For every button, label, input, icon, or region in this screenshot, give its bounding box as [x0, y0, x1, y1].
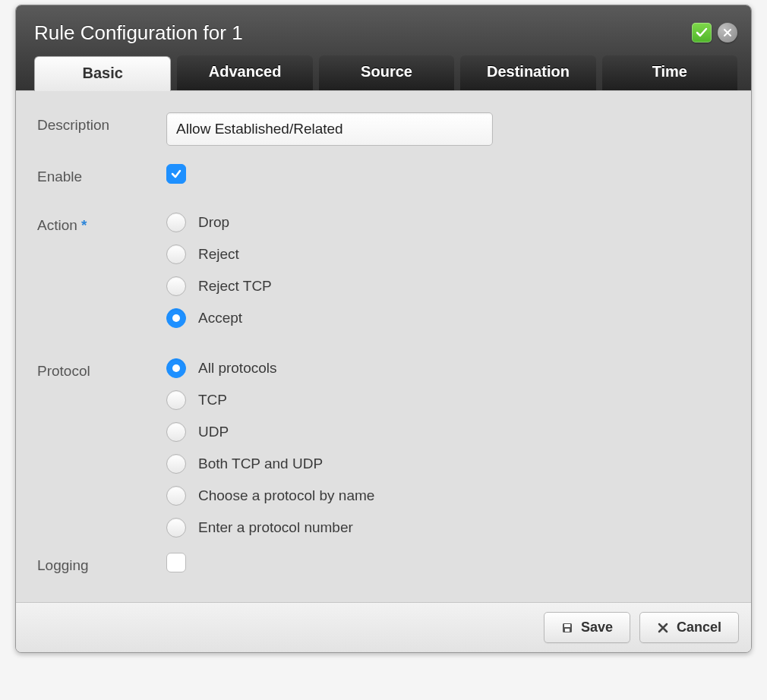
tab-bar: Basic Advanced Source Destination Time — [34, 55, 737, 90]
action-option-reject-tcp[interactable]: Reject TCP — [166, 276, 730, 296]
label-protocol: Protocol — [37, 358, 166, 380]
tab-advanced[interactable]: Advanced — [177, 55, 312, 90]
action-option-drop[interactable]: Drop — [166, 213, 730, 232]
radio-icon — [166, 390, 186, 410]
cancel-button[interactable]: Cancel — [639, 612, 739, 643]
required-marker: * — [81, 217, 87, 233]
tab-destination[interactable]: Destination — [460, 55, 595, 90]
dialog-title: Rule Configuration for 1 — [34, 21, 243, 45]
enable-checkbox[interactable] — [166, 164, 186, 184]
protocol-option-tcp[interactable]: TCP — [166, 390, 730, 410]
svg-rect-2 — [565, 629, 570, 632]
protocol-option-byname[interactable]: Choose a protocol by name — [166, 486, 730, 506]
save-button[interactable]: Save — [544, 612, 630, 643]
radio-icon — [166, 244, 186, 264]
label-action: Action * — [37, 213, 166, 234]
action-option-accept[interactable]: Accept — [166, 308, 730, 328]
dialog-footer: Save Cancel — [16, 602, 751, 652]
radio-icon — [166, 308, 186, 328]
protocol-radio-group: All protocols TCP UDP Both TCP and — [166, 358, 730, 538]
radio-icon — [166, 213, 186, 232]
radio-icon — [166, 454, 186, 474]
cancel-icon — [657, 622, 669, 634]
radio-icon — [166, 358, 186, 378]
tab-time[interactable]: Time — [602, 55, 737, 90]
rule-config-dialog: Rule Configuration for 1 Basic Advanced … — [15, 5, 752, 653]
protocol-option-bynumber[interactable]: Enter a protocol number — [166, 518, 730, 538]
description-input[interactable] — [166, 112, 493, 146]
radio-icon — [166, 486, 186, 506]
label-logging: Logging — [37, 553, 166, 574]
action-option-reject[interactable]: Reject — [166, 244, 730, 264]
radio-icon — [166, 518, 186, 538]
protocol-option-udp[interactable]: UDP — [166, 422, 730, 442]
confirm-icon[interactable] — [692, 23, 712, 43]
tab-source[interactable]: Source — [319, 55, 454, 90]
label-enable: Enable — [37, 164, 166, 185]
dialog-titlebar: Rule Configuration for 1 Basic Advanced … — [16, 5, 751, 90]
action-radio-group: Drop Reject Reject TCP Accept — [166, 213, 730, 328]
svg-rect-1 — [564, 624, 570, 627]
close-icon[interactable] — [718, 23, 737, 43]
protocol-option-all[interactable]: All protocols — [166, 358, 730, 378]
save-icon — [561, 622, 573, 634]
tab-basic[interactable]: Basic — [34, 56, 171, 91]
label-description: Description — [37, 112, 166, 134]
radio-icon — [166, 276, 186, 296]
dialog-body: Description Enable Action * — [16, 90, 751, 602]
protocol-option-both[interactable]: Both TCP and UDP — [166, 454, 730, 474]
logging-checkbox[interactable] — [166, 553, 186, 572]
radio-icon — [166, 422, 186, 442]
